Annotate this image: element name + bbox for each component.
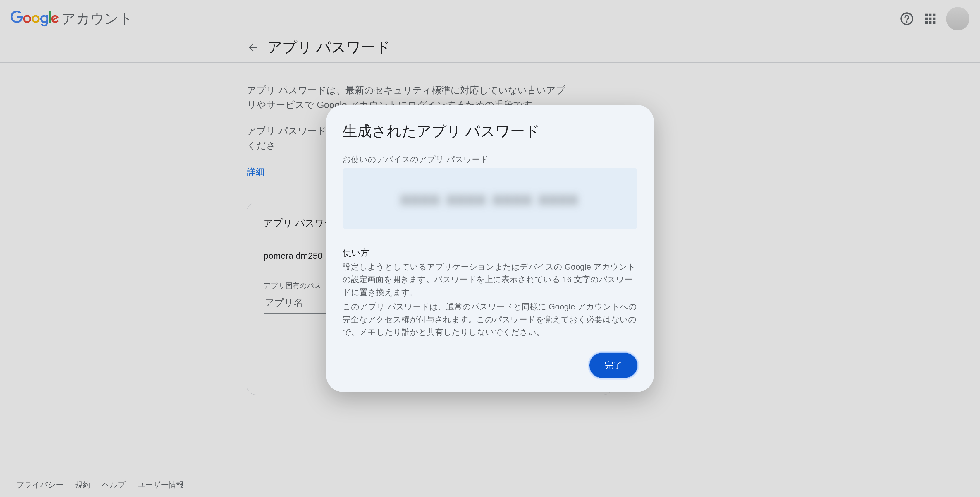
dialog-subtitle: お使いのデバイスのアプリ パスワード <box>342 154 638 165</box>
password-display-box: xxxx xxxx xxxx xxxx <box>342 168 638 229</box>
usage-heading: 使い方 <box>342 247 638 259</box>
generated-password-value[interactable]: xxxx xxxx xxxx xxxx <box>401 189 579 208</box>
usage-body: 設定しようとしているアプリケーションまたはデバイスの Google アカウントの… <box>342 261 638 338</box>
done-button[interactable]: 完了 <box>589 353 638 378</box>
usage-paragraph-1: 設定しようとしているアプリケーションまたはデバイスの Google アカウントの… <box>342 261 638 299</box>
usage-paragraph-2: このアプリ パスワードは、通常のパスワードと同様に Google アカウントへの… <box>342 300 638 338</box>
dialog-title: 生成されたアプリ パスワード <box>342 121 638 141</box>
generated-password-dialog: 生成されたアプリ パスワード お使いのデバイスのアプリ パスワード xxxx x… <box>326 105 654 392</box>
